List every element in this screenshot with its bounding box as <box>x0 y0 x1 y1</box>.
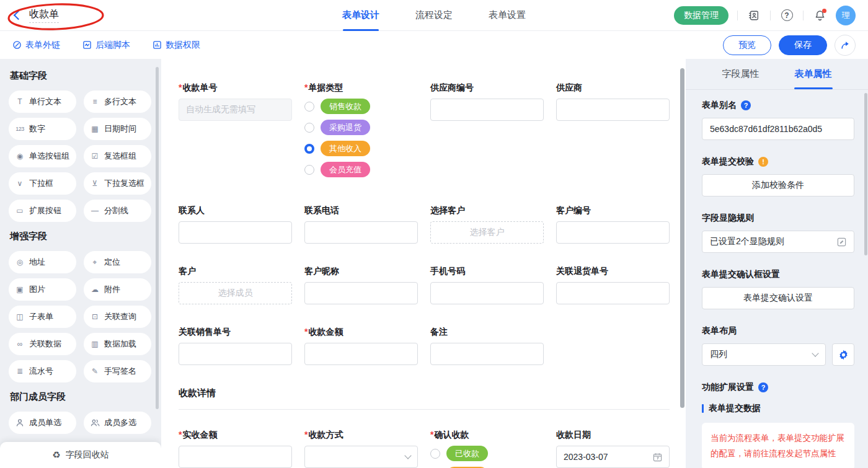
save-button[interactable]: 保存 <box>779 35 827 55</box>
chevron-down-icon <box>812 350 818 356</box>
layout-settings-button[interactable] <box>832 343 854 366</box>
form-field-contact-phone: 联系电话 <box>304 205 418 244</box>
datetime-icon: ▦ <box>90 125 100 133</box>
edit-icon[interactable] <box>837 237 846 247</box>
backend-script-action[interactable]: 后端脚本 <box>82 40 130 51</box>
text-input[interactable] <box>304 221 418 244</box>
field-label: 选择客户 <box>430 205 544 216</box>
divider <box>770 11 771 20</box>
visibility-rules-label: 字段显隐规则 <box>702 213 754 224</box>
text-input[interactable] <box>556 282 670 304</box>
tab-form-properties[interactable]: 表单属性 <box>795 59 832 89</box>
text-input[interactable] <box>430 99 544 121</box>
help-icon[interactable]: ? <box>779 8 794 23</box>
palette-item-label: 子表单 <box>29 311 53 322</box>
palette-item-datetime[interactable]: ▦日期时间 <box>84 118 151 140</box>
palette-item-people[interactable]: 成员多选 <box>84 412 151 434</box>
palette-item-linked-data[interactable]: ∞关联数据 <box>9 333 76 355</box>
user-avatar[interactable]: 理 <box>836 6 856 25</box>
add-validation-button[interactable]: 添加校验条件 <box>702 174 854 196</box>
radio-icon <box>304 123 314 133</box>
field-label: *单据类型 <box>304 82 418 94</box>
external-link-action[interactable]: 表单外链 <box>12 40 60 51</box>
share-button[interactable] <box>835 35 856 56</box>
field-label: 客户昵称 <box>304 266 418 277</box>
palette-item-dropdown[interactable]: ∨下拉框 <box>9 172 76 195</box>
layout-select[interactable]: 四列 <box>702 343 826 366</box>
palette-item-attachment[interactable]: ☁附件 <box>84 278 151 301</box>
palette-item-person[interactable]: 成员单选 <box>9 412 76 434</box>
multi-dropdown-icon: ⊻ <box>90 179 100 188</box>
preview-button[interactable]: 预览 <box>723 35 771 55</box>
select-input[interactable] <box>304 446 418 468</box>
required-star: * <box>430 430 433 439</box>
palette-section-title: 部门成员字段 <box>10 391 151 403</box>
text-input[interactable]: 自动生成无需填写 <box>179 99 292 121</box>
help-circle-icon[interactable]: ? <box>758 382 768 392</box>
warning-circle-icon[interactable]: ! <box>758 157 768 167</box>
palette-item-label: 图片 <box>29 284 45 295</box>
palette-item-serial-number[interactable]: ≣流水号 <box>9 360 76 382</box>
form-alias-input[interactable]: 5e63dc87d61df2811b62a0d5 <box>702 118 854 140</box>
palette-item-single-line-text[interactable]: T单行文本 <box>9 91 76 113</box>
notification-badge <box>822 9 826 13</box>
palette-item-label: 复选框组 <box>104 151 136 162</box>
palette-item-divider[interactable]: —分割线 <box>84 200 151 222</box>
form-field-actual-amount: *实收金额 <box>179 430 292 468</box>
radio-option[interactable]: 已收款 <box>430 446 544 461</box>
palette-item-extend-button[interactable]: ▭扩展按钮 <box>9 200 76 222</box>
submit-confirm-button[interactable]: 表单提交确认设置 <box>702 287 854 309</box>
palette-item-number[interactable]: 123数字 <box>9 118 76 140</box>
sidebar-scrollbar[interactable] <box>156 67 159 409</box>
extensions-label: 功能扩展设置 <box>702 382 754 393</box>
text-input[interactable] <box>304 343 418 365</box>
field-recycle-bin[interactable]: ♻ 字段回收站 <box>0 442 161 468</box>
text-input[interactable] <box>556 99 670 121</box>
help-circle-icon[interactable]: ? <box>741 100 751 110</box>
tab-form-setting[interactable]: 表单设置 <box>489 0 526 31</box>
tab-field-properties[interactable]: 字段属性 <box>722 59 760 89</box>
palette-item-checkbox-group[interactable]: ☑复选框组 <box>84 145 151 167</box>
date-input[interactable]: 2023-03-07 <box>556 446 670 468</box>
picker-input[interactable]: 选择客户 <box>430 221 544 244</box>
people-icon <box>90 418 100 427</box>
permission-icon <box>153 40 162 50</box>
radio-option[interactable]: 采购退货 <box>304 120 418 135</box>
data-manage-button[interactable]: 数据管理 <box>674 6 728 25</box>
form-layout-label: 表单布局 <box>702 325 737 337</box>
text-input[interactable] <box>179 446 292 468</box>
palette-item-image[interactable]: ▣图片 <box>9 278 76 301</box>
radio-option[interactable]: 会员充值 <box>304 162 418 177</box>
palette-item-subform[interactable]: ◫子表单 <box>9 306 76 328</box>
radio-option[interactable]: 销售收款 <box>304 99 418 114</box>
radio-option[interactable]: 其他收入 <box>304 141 418 156</box>
text-input[interactable] <box>430 282 544 304</box>
visibility-rules-box[interactable]: 已设置2个显隐规则 <box>702 231 854 253</box>
panel-scrollbar[interactable] <box>864 93 867 255</box>
palette-item-label: 多行文本 <box>104 96 136 107</box>
tab-flow-setting[interactable]: 流程设定 <box>415 0 453 31</box>
required-star: * <box>179 82 182 92</box>
text-input[interactable] <box>179 221 292 244</box>
data-permission-action[interactable]: 数据权限 <box>153 40 200 51</box>
text-input[interactable] <box>179 343 292 365</box>
field-label: *确认收款 <box>430 430 544 441</box>
palette-item-radio-group[interactable]: ◉单选按钮组 <box>9 145 76 167</box>
palette-item-signature[interactable]: ✎手写签名 <box>84 360 151 382</box>
text-input[interactable] <box>430 343 544 365</box>
palette-item-location[interactable]: ⌖定位 <box>84 251 151 273</box>
text-input[interactable] <box>556 221 670 244</box>
picker-input[interactable]: 选择成员 <box>179 282 292 304</box>
tab-form-design[interactable]: 表单设计 <box>342 0 379 31</box>
back-navigation[interactable]: 收款单 <box>12 8 59 23</box>
text-input[interactable] <box>304 282 418 304</box>
palette-item-multi-line-text[interactable]: ≡多行文本 <box>84 91 151 113</box>
contact-book-icon[interactable] <box>746 8 761 23</box>
canvas-scrollbar[interactable] <box>680 68 684 408</box>
palette-item-multi-dropdown[interactable]: ⊻下拉复选框 <box>84 172 151 195</box>
palette-item-linked-query[interactable]: ⊡关联查询 <box>84 306 151 328</box>
back-arrow-icon[interactable] <box>14 11 24 20</box>
palette-item-data-load[interactable]: ▥数据加载 <box>84 333 151 355</box>
notification-bell-icon[interactable] <box>812 8 827 23</box>
palette-item-address[interactable]: ◎地址 <box>9 251 76 273</box>
